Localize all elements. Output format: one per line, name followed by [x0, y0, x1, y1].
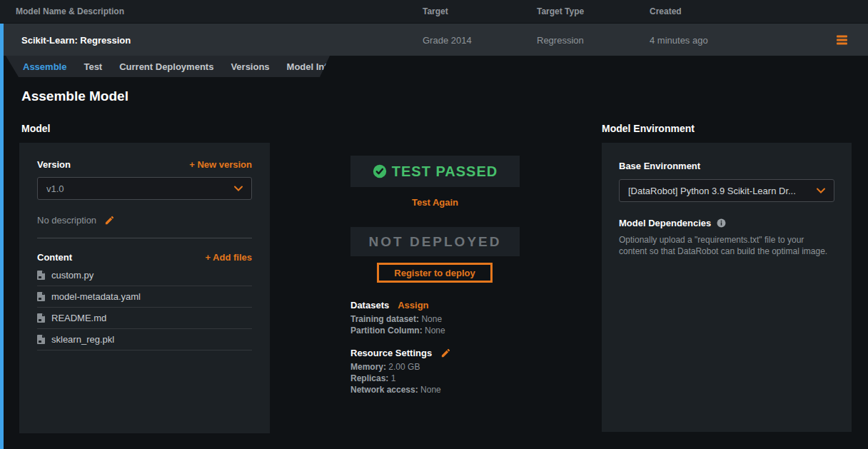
- model-dependencies-label: Model Dependencies: [619, 218, 711, 228]
- selected-row-accent-bar: [0, 24, 4, 449]
- file-icon: [37, 335, 45, 344]
- version-label: Version: [37, 159, 71, 170]
- test-status-text: TEST PASSED: [392, 163, 498, 180]
- tab-assemble[interactable]: Assemble: [23, 61, 66, 72]
- row-menu-icon[interactable]: [837, 35, 847, 44]
- file-name: model-metadata.yaml: [51, 291, 141, 302]
- model-card: Version + New version v1.0 No descriptio…: [19, 143, 270, 433]
- description-placeholder: No description: [37, 215, 96, 226]
- add-files-link[interactable]: + Add files: [205, 252, 252, 263]
- memory-label: Memory:: [350, 362, 386, 372]
- tab-versions[interactable]: Versions: [231, 61, 269, 72]
- column-target-type: Target Type: [537, 6, 584, 16]
- file-row[interactable]: model-metadata.yaml: [37, 286, 252, 308]
- tab-bar: Assemble Test Current Deployments Versio…: [0, 56, 337, 77]
- base-environment-value: [DataRobot] Python 3.9 Scikit-Learn Dr..…: [628, 186, 796, 196]
- model-name: Scikit-Learn: Regression: [21, 34, 131, 45]
- datasets-block: Datasets Assign Training dataset: None P…: [350, 300, 445, 336]
- partition-column-value: None: [425, 326, 445, 336]
- partition-column-row: Partition Column: None: [350, 325, 445, 336]
- content-label: Content: [37, 252, 72, 263]
- training-dataset-row: Training dataset: None: [350, 313, 445, 325]
- datasets-label: Datasets: [350, 300, 389, 311]
- edit-pencil-icon[interactable]: [440, 348, 451, 358]
- training-dataset-value: None: [421, 314, 442, 324]
- file-row[interactable]: README.md: [37, 308, 252, 329]
- deploy-status-text: NOT DEPLOYED: [369, 234, 502, 250]
- resource-settings-block: Resource Settings Memory: 2.00 GB Replic…: [350, 348, 451, 395]
- network-access-label: Network access:: [350, 385, 418, 395]
- model-section-label: Model: [21, 123, 50, 134]
- table-header: Model Name & Description Target Target T…: [0, 0, 868, 23]
- page-title: Assemble Model: [21, 89, 128, 104]
- register-to-deploy-button[interactable]: Register to deploy: [377, 263, 493, 283]
- test-again-link[interactable]: Test Again: [350, 197, 520, 208]
- test-status-badge: TEST PASSED: [350, 156, 520, 187]
- new-version-link[interactable]: + New version: [189, 159, 252, 170]
- model-created: 4 minutes ago: [650, 34, 708, 45]
- chevron-down-icon: [817, 188, 825, 193]
- file-list: custom.py model-metadata.yaml README.md …: [37, 265, 252, 350]
- assign-dataset-link[interactable]: Assign: [398, 300, 428, 311]
- column-target: Target: [423, 6, 448, 16]
- tab-current-deployments[interactable]: Current Deployments: [119, 61, 213, 72]
- info-icon[interactable]: [717, 218, 726, 228]
- model-target: Grade 2014: [423, 34, 472, 45]
- file-row[interactable]: custom.py: [37, 265, 252, 286]
- card-divider: [37, 238, 252, 238]
- column-model-name: Model Name & Description: [16, 6, 124, 16]
- check-circle-icon: [373, 164, 387, 178]
- model-target-type: Regression: [537, 34, 584, 45]
- replicas-label: Replicas:: [350, 373, 388, 383]
- replicas-value: 1: [391, 373, 396, 383]
- model-row[interactable]: Scikit-Learn: Regression Grade 2014 Regr…: [0, 24, 868, 56]
- base-environment-label: Base Environment: [619, 161, 700, 171]
- partition-column-label: Partition Column:: [350, 326, 423, 336]
- environment-card: Base Environment [DataRobot] Python 3.9 …: [602, 143, 852, 432]
- training-dataset-label: Training dataset:: [350, 314, 419, 324]
- memory-value: 2.00 GB: [388, 362, 420, 372]
- tab-model-info[interactable]: Model Info: [287, 61, 333, 72]
- network-access-value: None: [420, 385, 441, 395]
- network-access-row: Network access: None: [350, 384, 451, 395]
- file-name: sklearn_reg.pkl: [51, 334, 114, 345]
- tab-test[interactable]: Test: [84, 61, 102, 72]
- version-dropdown[interactable]: v1.0: [37, 177, 252, 200]
- environment-section-label: Model Environment: [602, 123, 695, 134]
- chevron-down-icon: [234, 186, 243, 191]
- file-icon: [37, 313, 45, 323]
- file-row[interactable]: sklearn_reg.pkl: [37, 329, 252, 350]
- file-icon: [37, 292, 45, 301]
- version-dropdown-value: v1.0: [46, 183, 64, 194]
- file-name: custom.py: [51, 270, 94, 281]
- resource-settings-label: Resource Settings: [350, 348, 432, 358]
- memory-row: Memory: 2.00 GB: [350, 361, 451, 373]
- model-dependencies-help-text: Optionally upload a "requirements.txt" f…: [619, 234, 833, 257]
- deploy-status-badge: NOT DEPLOYED: [350, 227, 520, 256]
- file-name: README.md: [51, 313, 106, 323]
- base-environment-dropdown[interactable]: [DataRobot] Python 3.9 Scikit-Learn Dr..…: [619, 179, 834, 202]
- edit-pencil-icon[interactable]: [104, 215, 115, 226]
- column-created: Created: [650, 6, 682, 16]
- replicas-row: Replicas: 1: [350, 373, 451, 384]
- status-column: TEST PASSED Test Again NOT DEPLOYED Regi…: [350, 156, 520, 413]
- file-icon: [37, 271, 45, 280]
